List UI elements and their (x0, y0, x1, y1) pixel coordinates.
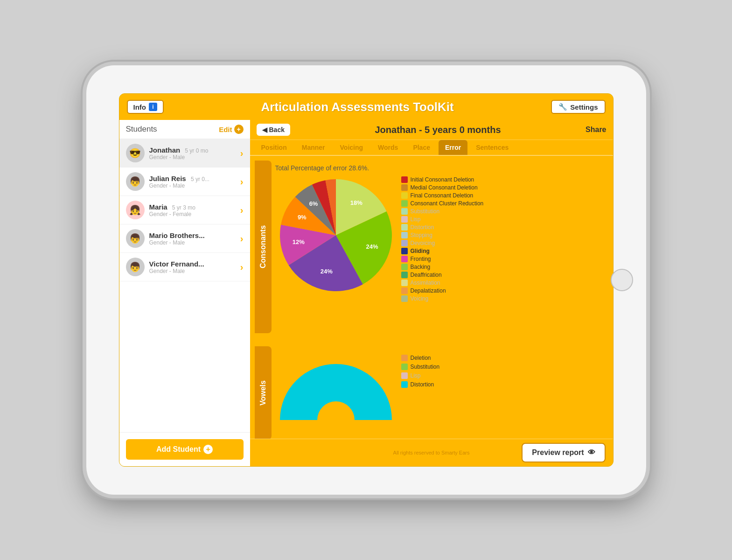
student-item[interactable]: 👦 Julian Reis 5 yr 0... Gender - Male › (119, 168, 250, 196)
legend-item: Devoicing (401, 240, 605, 246)
settings-label: Settings (570, 103, 598, 111)
legend-item: Deaffrication (401, 272, 605, 278)
legend-label: Final Consonant Deletion (411, 192, 474, 199)
add-icon: + (203, 445, 213, 454)
avatar: 👦 (126, 172, 145, 191)
pie-legend-row: 18%24%24%12%9%6% Initial Consonant Delet… (275, 175, 605, 329)
add-student-button[interactable]: Add Student + (126, 439, 244, 460)
student-item[interactable]: 👦 Mario Brothers... Gender - Male › (119, 224, 250, 253)
student-list: 😎 Jonathan 5 yr 0 mo Gender - Male › 👦 (119, 139, 250, 432)
tab-manner[interactable]: Manner (295, 140, 332, 155)
consonants-section: Consonants Total Percentage of error 28.… (255, 161, 608, 333)
chart-container: Consonants Total Percentage of error 28.… (255, 161, 608, 434)
student-gender: Gender - Male (149, 182, 240, 189)
legend-label: Lisp (411, 372, 421, 379)
legend-label: Medial Consonant Deletion (411, 184, 478, 191)
legend-item: Distortion (401, 224, 605, 231)
edit-label: Edit (219, 126, 232, 133)
legend-color (401, 208, 408, 215)
legend-item: Stopping (401, 232, 605, 238)
header-bar: Info i Articulation Assessments ToolKit … (119, 94, 613, 120)
tab-words[interactable]: Words (371, 140, 404, 155)
legend-color (401, 364, 408, 370)
preview-eye-icon: 👁 (588, 448, 595, 457)
student-item[interactable]: 👧 Maria 5 yr 3 mo Gender - Female › (119, 196, 250, 224)
tab-position[interactable]: Position (255, 140, 293, 155)
legend-label: Voicing (411, 295, 429, 302)
avatar: 👦 (126, 229, 145, 248)
legend-color (401, 192, 408, 199)
legend-label: Distortion (411, 381, 434, 388)
tab-place[interactable]: Place (406, 140, 437, 155)
legend-color (401, 287, 408, 294)
student-item[interactable]: 😎 Jonathan 5 yr 0 mo Gender - Male › (119, 139, 250, 168)
share-button[interactable]: Share (586, 126, 606, 134)
vowels-section: Vowels (255, 346, 608, 439)
add-student-label: Add Student (156, 445, 201, 454)
consonants-legend: Initial Consonant Deletion Medial Conson… (401, 175, 605, 329)
edit-button[interactable]: Edit + (219, 125, 243, 134)
legend-label: Backing (411, 264, 431, 270)
svg-text:18%: 18% (350, 199, 362, 206)
student-name: Julian Reis 5 yr 0... (149, 175, 240, 182)
chevron-right-icon: › (240, 176, 244, 187)
chart-total: Total Percentage of error 28.6%. (275, 164, 605, 172)
info-button[interactable]: Info i (127, 100, 164, 114)
student-info: Maria 5 yr 3 mo Gender - Female (149, 203, 240, 217)
main-content: Students Edit + 😎 Jonathan 5 yr (119, 120, 613, 466)
legend-color (401, 272, 408, 278)
nav-student-label: Jonathan - 5 years 0 months (295, 125, 581, 135)
student-gender: Gender - Female (149, 211, 240, 217)
legend-label: Initial Consonant Deletion (411, 176, 474, 183)
nav-bar: ◀ Back Jonathan - 5 years 0 months Share (250, 120, 613, 140)
legend-color (401, 232, 408, 238)
consonants-label: Consonants (255, 161, 272, 333)
device-screen: Info i Articulation Assessments ToolKit … (119, 93, 613, 467)
student-gender: Gender - Male (149, 154, 240, 161)
legend-color (401, 280, 408, 286)
tab-voicing[interactable]: Voicing (334, 140, 370, 155)
back-arrow-icon: ◀ (262, 126, 267, 133)
legend-color (401, 248, 408, 254)
preview-report-button[interactable]: Preview report 👁 (522, 443, 605, 462)
student-item[interactable]: 👦 Victor Fernand... Gender - Male › (119, 253, 250, 281)
avatar: 👦 (126, 258, 145, 276)
legend-label: Deaffrication (411, 272, 442, 278)
right-panel: ◀ Back Jonathan - 5 years 0 months Share… (250, 120, 613, 466)
avatar: 😎 (126, 144, 145, 162)
legend-item: Depalatization (401, 287, 605, 294)
vowels-label: Vowels (255, 346, 272, 439)
legend-item: Gliding (401, 248, 605, 254)
chevron-right-icon: › (240, 205, 244, 216)
legend-color (401, 184, 408, 191)
avatar: 👧 (126, 201, 145, 219)
student-gender: Gender - Male (149, 239, 240, 246)
legend-item: Backing (401, 264, 605, 270)
legend-label: Gliding (411, 248, 430, 254)
legend-color (401, 381, 408, 388)
settings-button[interactable]: 🔧 Settings (551, 100, 605, 114)
legend-color (401, 264, 408, 270)
chart-area: Consonants Total Percentage of error 28.… (250, 156, 613, 439)
vowels-chart: Deletion Substitution Lisp (272, 346, 608, 439)
tab-error[interactable]: Error (439, 140, 467, 155)
footer-bar: All rights reserved to Smarty Ears Previ… (250, 439, 613, 466)
legend-item: Assimilation (401, 280, 605, 286)
legend-item: Deletion (401, 355, 605, 361)
tab-sentences[interactable]: Sentences (469, 140, 515, 155)
home-button[interactable] (611, 269, 633, 291)
consonants-chart: Total Percentage of error 28.6%. 18%24%2… (272, 161, 608, 333)
legend-label: Depalatization (411, 287, 446, 294)
legend-item: Substitution (401, 208, 605, 215)
tabs-bar: Position Manner Voicing Words Place Erro… (250, 140, 613, 156)
legend-color (401, 216, 408, 223)
legend-item: Lisp (401, 216, 605, 223)
chevron-right-icon: › (240, 148, 244, 159)
student-info: Victor Fernand... Gender - Male (149, 260, 240, 274)
legend-color (401, 176, 408, 183)
svg-text:24%: 24% (366, 243, 378, 250)
back-button[interactable]: ◀ Back (257, 124, 290, 136)
add-student-bar: Add Student + (119, 432, 250, 466)
legend-item: Initial Consonant Deletion (401, 176, 605, 183)
preview-label: Preview report (532, 448, 584, 457)
